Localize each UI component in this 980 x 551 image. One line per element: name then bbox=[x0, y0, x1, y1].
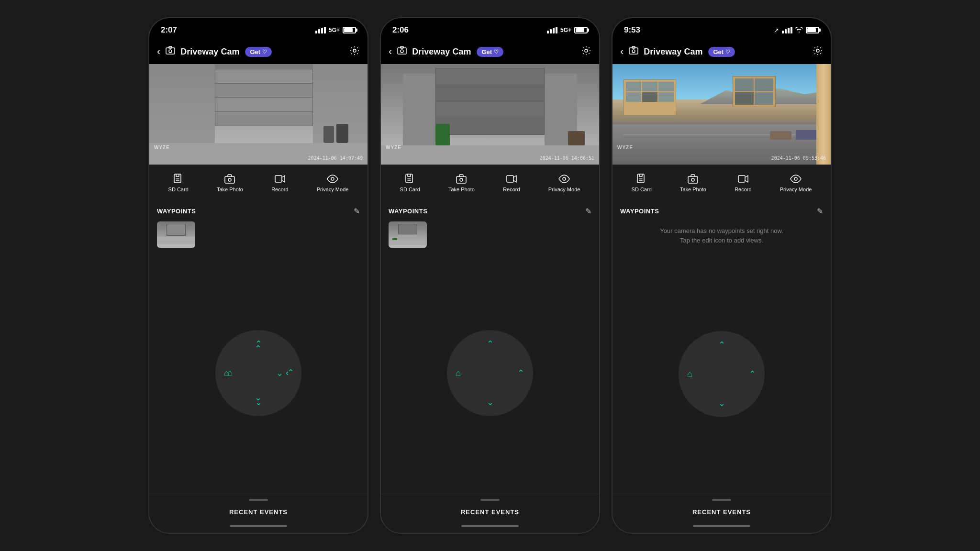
wyze-logo-1: WYZE bbox=[154, 145, 170, 150]
sd-card-label-3: SD Card bbox=[632, 187, 652, 192]
dpad-control-1[interactable]: ⌃ ⌄ ⌂ ⌄ ⌃ ⌃ ⌄ ⌂ ⌃ bbox=[215, 330, 301, 416]
sd-card-label-2: SD Card bbox=[400, 187, 420, 192]
no-waypoints-text-3: Your camera has no waypoints set right n… bbox=[620, 221, 823, 250]
scroll-indicator-3 bbox=[612, 497, 831, 503]
wifi-icon-3 bbox=[795, 26, 803, 34]
toolbar-1: SD Card Take Photo Record bbox=[149, 165, 368, 200]
battery-icon-1 bbox=[343, 27, 356, 33]
dpad-down-3[interactable]: ⌄ bbox=[718, 398, 725, 408]
svg-point-19 bbox=[460, 178, 463, 181]
camera-device-icon-3 bbox=[628, 45, 639, 58]
waypoint-thumb-1[interactable] bbox=[157, 221, 195, 248]
take-photo-button-1[interactable]: Take Photo bbox=[217, 173, 243, 192]
dpad-up-2[interactable]: ⌃ bbox=[487, 339, 494, 349]
waypoint-thumb-2[interactable] bbox=[389, 221, 427, 248]
dpad-left-3[interactable]: ⌂ bbox=[687, 369, 692, 379]
privacy-mode-label-1: Privacy Mode bbox=[317, 187, 349, 192]
svg-point-21 bbox=[563, 177, 566, 180]
camera-feed-2: WYZE 2024-11-06 14:06:51 bbox=[381, 64, 599, 165]
settings-button-1[interactable] bbox=[349, 45, 360, 58]
dpad-control-2[interactable]: ⌃ ⌄ ⌂ ⌃ bbox=[447, 330, 533, 416]
sd-card-button-2[interactable]: SD Card bbox=[400, 173, 420, 192]
dpad-up-3[interactable]: ⌃ bbox=[718, 340, 725, 350]
svg-rect-22 bbox=[629, 48, 638, 54]
waypoints-edit-button-1[interactable]: ✎ bbox=[354, 207, 360, 216]
dpad-down-2[interactable]: ⌄ bbox=[487, 397, 494, 408]
take-photo-button-2[interactable]: Take Photo bbox=[448, 173, 475, 192]
wyze-logo-3: WYZE bbox=[617, 145, 633, 150]
status-time-2: 2:06 bbox=[392, 25, 409, 35]
signal-icon-3 bbox=[782, 27, 792, 33]
svg-rect-1 bbox=[169, 46, 172, 48]
svg-rect-12 bbox=[401, 46, 403, 48]
no-waypoints-message-3: Your camera has no waypoints set right n… bbox=[620, 221, 823, 250]
settings-button-2[interactable] bbox=[581, 45, 591, 58]
svg-rect-23 bbox=[632, 46, 635, 48]
svg-point-24 bbox=[632, 50, 635, 53]
privacy-mode-icon-2 bbox=[558, 173, 570, 185]
waypoints-edit-button-3[interactable]: ✎ bbox=[817, 207, 823, 216]
get-badge-2[interactable]: Get ♡ bbox=[477, 47, 503, 57]
bottom-section-1: RECENT EVENTS bbox=[149, 494, 368, 533]
recent-events-button-3[interactable]: RECENT EVENTS bbox=[612, 503, 831, 521]
svg-rect-20 bbox=[507, 176, 513, 182]
scroll-indicator-2 bbox=[381, 497, 599, 503]
header-title-3: Driveway Cam bbox=[644, 47, 702, 57]
sd-card-button-1[interactable]: SD Card bbox=[168, 173, 189, 192]
svg-point-25 bbox=[816, 49, 819, 52]
signal-icon-2 bbox=[547, 27, 557, 33]
record-label-2: Record bbox=[503, 187, 520, 192]
waypoints-edit-button-2[interactable]: ✎ bbox=[585, 207, 591, 216]
get-badge-3[interactable]: Get ♡ bbox=[708, 47, 735, 57]
toolbar-2: SD Card Take Photo Record bbox=[381, 165, 599, 200]
battery-icon-2 bbox=[574, 27, 588, 33]
timestamp-1: 2024-11-06 14:07:49 bbox=[308, 155, 363, 161]
sd-card-label-1: SD Card bbox=[168, 187, 189, 192]
recent-events-button-2[interactable]: RECENT EVENTS bbox=[381, 503, 599, 521]
svg-rect-11 bbox=[398, 48, 406, 54]
recent-events-button-1[interactable]: RECENT EVENTS bbox=[149, 503, 368, 521]
privacy-mode-button-1[interactable]: Privacy Mode bbox=[317, 173, 349, 192]
phone-3: 9:53 ↗ bbox=[612, 17, 832, 534]
svg-rect-7 bbox=[225, 176, 234, 183]
bottom-section-2: RECENT EVENTS bbox=[381, 494, 599, 533]
dpad-left-2[interactable]: ⌂ bbox=[456, 368, 461, 378]
settings-button-3[interactable] bbox=[813, 45, 823, 58]
sd-card-button-3[interactable]: SD Card bbox=[632, 173, 652, 192]
waypoints-title-3: WAYPOINTS bbox=[620, 208, 659, 215]
get-badge-1[interactable]: Get ♡ bbox=[245, 47, 272, 57]
take-photo-button-3[interactable]: Take Photo bbox=[680, 173, 706, 192]
privacy-mode-button-3[interactable]: Privacy Mode bbox=[780, 173, 812, 192]
header-title-2: Driveway Cam bbox=[412, 47, 471, 57]
svg-rect-31 bbox=[738, 176, 745, 182]
waypoint-thumbnails-2 bbox=[389, 221, 591, 248]
privacy-mode-label-2: Privacy Mode bbox=[548, 187, 580, 192]
svg-point-14 bbox=[585, 49, 588, 52]
record-icon-3 bbox=[737, 173, 749, 185]
home-indicator-1 bbox=[149, 521, 368, 533]
record-label-3: Record bbox=[735, 187, 751, 192]
dpad-right-3[interactable]: ⌃ bbox=[749, 369, 756, 379]
status-bar-2: 2:06 5G+ bbox=[381, 18, 599, 39]
privacy-mode-button-2[interactable]: Privacy Mode bbox=[548, 173, 580, 192]
record-button-3[interactable]: Record bbox=[735, 173, 751, 192]
record-button-1[interactable]: Record bbox=[271, 173, 288, 192]
svg-point-32 bbox=[794, 177, 797, 180]
back-button-2[interactable]: ‹ bbox=[389, 45, 392, 58]
waypoints-section-1: WAYPOINTS ✎ bbox=[149, 200, 368, 253]
back-button-1[interactable]: ‹ bbox=[157, 45, 160, 58]
signal-label-1: 5G+ bbox=[329, 27, 340, 33]
dpad-right-2[interactable]: ⌃ bbox=[517, 368, 524, 378]
wyze-logo-2: WYZE bbox=[386, 145, 401, 150]
record-button-2[interactable]: Record bbox=[503, 173, 520, 192]
app-header-1: ‹ Driveway Cam Get ♡ bbox=[149, 39, 368, 64]
heart-icon-1: ♡ bbox=[262, 49, 267, 55]
record-icon-1 bbox=[274, 173, 286, 185]
waypoints-title-2: WAYPOINTS bbox=[389, 208, 427, 215]
dpad-control-3[interactable]: ⌃ ⌄ ⌂ ⌃ bbox=[679, 331, 765, 417]
sd-card-icon-2 bbox=[404, 173, 416, 185]
sd-card-icon-1 bbox=[173, 173, 184, 185]
take-photo-label-2: Take Photo bbox=[448, 187, 475, 192]
back-button-3[interactable]: ‹ bbox=[620, 45, 624, 58]
take-photo-icon-2 bbox=[456, 173, 467, 185]
